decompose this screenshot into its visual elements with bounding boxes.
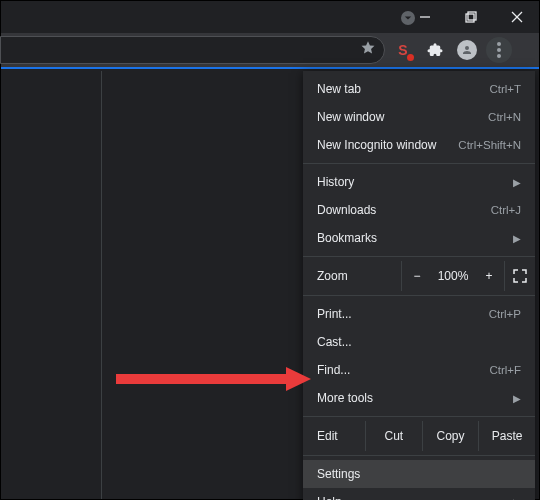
menu-label: New tab (317, 82, 361, 96)
extension-s-icon[interactable]: S (389, 36, 417, 64)
menu-cast[interactable]: Cast... (303, 328, 535, 356)
menu-label: Cast... (317, 335, 352, 349)
menu-label: Settings (317, 467, 360, 481)
zoom-percent: 100% (432, 269, 474, 283)
svg-rect-2 (468, 12, 476, 20)
menu-new-window[interactable]: New window Ctrl+N (303, 103, 535, 131)
svg-point-6 (497, 48, 501, 52)
menu-find[interactable]: Find... Ctrl+F (303, 356, 535, 384)
window-titlebar (1, 1, 539, 33)
menu-settings[interactable]: Settings (303, 460, 535, 488)
submenu-caret-icon: ▶ (513, 497, 521, 501)
zoom-in-button[interactable]: + (474, 269, 504, 283)
bookmark-star-icon[interactable] (360, 40, 376, 60)
edit-copy-button[interactable]: Copy (422, 421, 479, 451)
menu-label: Print... (317, 307, 352, 321)
menu-separator (303, 256, 535, 257)
svg-point-7 (497, 54, 501, 58)
edit-label: Edit (317, 429, 365, 443)
chrome-menu-button[interactable] (485, 36, 513, 64)
submenu-caret-icon: ▶ (513, 233, 521, 244)
menu-label: Downloads (317, 203, 376, 217)
zoom-out-button[interactable]: − (402, 269, 432, 283)
menu-shortcut: Ctrl+F (489, 364, 521, 376)
svg-rect-1 (466, 14, 474, 22)
menu-label: History (317, 175, 354, 189)
menu-label: Bookmarks (317, 231, 377, 245)
svg-point-5 (497, 42, 501, 46)
submenu-caret-icon: ▶ (513, 393, 521, 404)
extensions-puzzle-icon[interactable] (421, 36, 449, 64)
chrome-main-menu: New tab Ctrl+T New window Ctrl+N New Inc… (303, 71, 535, 500)
menu-separator (303, 295, 535, 296)
zoom-label: Zoom (317, 269, 401, 283)
menu-separator (303, 416, 535, 417)
menu-zoom-row: Zoom − 100% + (303, 261, 535, 291)
menu-shortcut: Ctrl+Shift+N (458, 139, 521, 151)
menu-label: New window (317, 110, 384, 124)
menu-shortcut: Ctrl+T (489, 83, 521, 95)
menu-label: Help (317, 495, 342, 500)
menu-bookmarks[interactable]: Bookmarks ▶ (303, 224, 535, 252)
annotation-arrow-icon (116, 365, 311, 393)
browser-toolbar: S (1, 33, 539, 69)
menu-label: More tools (317, 391, 373, 405)
menu-edit-row: Edit Cut Copy Paste (303, 421, 535, 451)
tab-dropdown-icon[interactable] (401, 11, 415, 25)
menu-shortcut: Ctrl+J (491, 204, 521, 216)
menu-incognito[interactable]: New Incognito window Ctrl+Shift+N (303, 131, 535, 159)
menu-downloads[interactable]: Downloads Ctrl+J (303, 196, 535, 224)
submenu-caret-icon: ▶ (513, 177, 521, 188)
menu-label: Find... (317, 363, 350, 377)
menu-shortcut: Ctrl+P (489, 308, 521, 320)
menu-print[interactable]: Print... Ctrl+P (303, 300, 535, 328)
content-divider (101, 71, 102, 499)
browser-window: S New tab Ctrl+T New window Ctrl+N New I… (0, 0, 540, 500)
menu-history[interactable]: History ▶ (303, 168, 535, 196)
menu-more-tools[interactable]: More tools ▶ (303, 384, 535, 412)
window-maximize-button[interactable] (449, 1, 493, 33)
menu-label: New Incognito window (317, 138, 436, 152)
menu-separator (303, 163, 535, 164)
menu-help[interactable]: Help ▶ (303, 488, 535, 500)
edit-cut-button[interactable]: Cut (365, 421, 422, 451)
svg-marker-9 (286, 367, 311, 391)
menu-separator (303, 455, 535, 456)
edit-paste-button[interactable]: Paste (478, 421, 535, 451)
menu-shortcut: Ctrl+N (488, 111, 521, 123)
profile-avatar-icon[interactable] (453, 36, 481, 64)
address-bar[interactable] (0, 36, 385, 64)
fullscreen-button[interactable] (505, 269, 535, 283)
window-close-button[interactable] (495, 1, 539, 33)
menu-new-tab[interactable]: New tab Ctrl+T (303, 75, 535, 103)
